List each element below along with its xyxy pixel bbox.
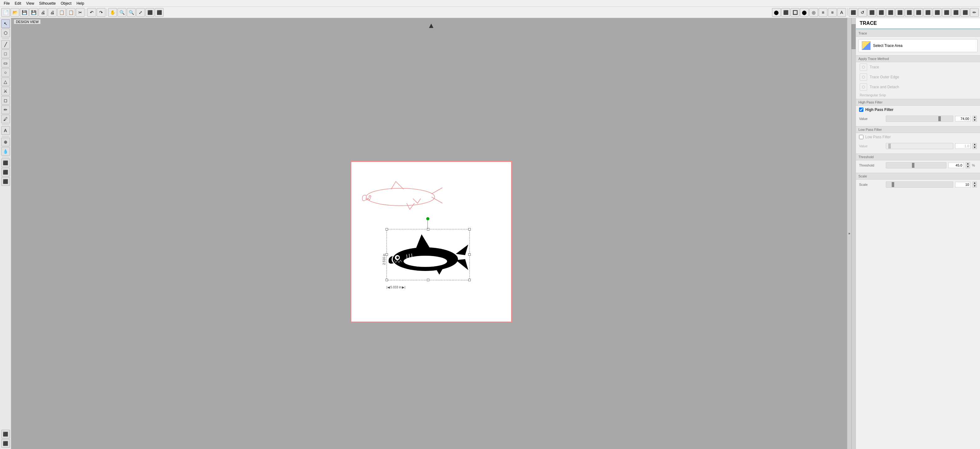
tb-r4[interactable]: ⬤	[800, 8, 809, 17]
tb-r3[interactable]: 🔲	[791, 8, 799, 17]
tb-pan[interactable]: ✋	[108, 8, 117, 17]
tb-paste[interactable]: 📋	[67, 8, 75, 17]
tool-node[interactable]: ⬡	[1, 29, 10, 37]
tb-r14[interactable]: ⬛	[896, 8, 904, 17]
threshold-slider[interactable]	[886, 162, 947, 168]
tb-r11[interactable]: ⬛	[867, 8, 876, 17]
handle-tr[interactable]	[468, 228, 471, 230]
tb-zoom-in[interactable]: 🔍	[118, 8, 126, 17]
tb-r21[interactable]: ⬛	[961, 8, 969, 17]
handle-mr[interactable]	[468, 253, 471, 256]
trace-method-trace[interactable]: ⬡ Trace	[856, 62, 980, 72]
low-pass-value-input[interactable]	[955, 143, 970, 149]
tb-r10[interactable]: ↺	[858, 8, 867, 17]
high-pass-slider[interactable]	[886, 116, 953, 122]
tb-r13[interactable]: ⬛	[886, 8, 895, 17]
tool-view1[interactable]: ⬛	[1, 159, 10, 167]
tool-rect[interactable]: □	[1, 49, 10, 58]
high-pass-up[interactable]: ▲	[972, 116, 977, 119]
tb-copy[interactable]: 📋	[57, 8, 66, 17]
tool-bottom1[interactable]: ⬛	[1, 430, 10, 438]
tool-view2[interactable]: ⬛	[1, 168, 10, 176]
tool-triangle[interactable]: △	[1, 78, 10, 86]
rotation-handle[interactable]	[426, 217, 430, 220]
tool-roundrect[interactable]: ▭	[1, 59, 10, 67]
scale-up[interactable]: ▲	[972, 181, 977, 184]
tb-r8[interactable]: A	[837, 8, 846, 17]
high-pass-thumb[interactable]	[938, 116, 941, 121]
tool-pen[interactable]: 🖊	[1, 115, 10, 123]
tool-bottom2[interactable]: ⬛	[1, 439, 10, 448]
tool-text[interactable]: A	[1, 126, 10, 135]
tb-r20[interactable]: ⬛	[951, 8, 960, 17]
tool-line[interactable]: ╱	[1, 40, 10, 49]
scale-value-input[interactable]	[955, 182, 970, 187]
trace-method-detach[interactable]: ⬡ Trace and Detach	[856, 82, 980, 92]
tb-r12[interactable]: ⬛	[877, 8, 886, 17]
high-pass-value-input[interactable]	[955, 116, 970, 122]
tb-undo[interactable]: ↶	[88, 8, 96, 17]
tb-r1[interactable]: ⬤	[772, 8, 781, 17]
low-pass-thumb[interactable]	[888, 144, 891, 149]
tool-eyedropper[interactable]: 💧	[1, 147, 10, 155]
canvas-area[interactable]: DESIGN VIEW ▲	[11, 18, 851, 449]
tb-new[interactable]: 📄	[1, 8, 10, 17]
low-pass-down[interactable]: ▼	[972, 146, 977, 149]
tool-view3[interactable]: ⬛	[1, 177, 10, 186]
tb-save[interactable]: 💾	[20, 8, 29, 17]
tb-print[interactable]: 🖨	[38, 8, 47, 17]
tb-zoom-out[interactable]: 🔍	[127, 8, 135, 17]
tb-zoom-select[interactable]: ⬛	[145, 8, 154, 17]
tb-r17[interactable]: ⬛	[923, 8, 932, 17]
high-pass-down[interactable]: ▼	[972, 119, 977, 122]
menu-object[interactable]: Object	[58, 1, 74, 6]
menu-edit[interactable]: Edit	[12, 1, 24, 6]
tb-open[interactable]: 📂	[11, 8, 19, 17]
trace-method-outer[interactable]: ⬡ Trace Outer Edge	[856, 72, 980, 82]
low-pass-up[interactable]: ▲	[972, 143, 977, 146]
high-pass-checkbox[interactable]	[859, 108, 864, 112]
tool-pencil[interactable]: ✏	[1, 105, 10, 114]
low-pass-checkbox[interactable]	[859, 135, 864, 139]
menu-help[interactable]: Help	[74, 1, 87, 6]
tb-save2[interactable]: 💾	[29, 8, 38, 17]
threshold-thumb[interactable]	[912, 163, 915, 168]
tb-r5[interactable]: ◎	[809, 8, 818, 17]
handle-br[interactable]	[468, 279, 471, 281]
tb-r22[interactable]: ✏	[970, 8, 979, 17]
tb-r9[interactable]: ⬛	[849, 8, 858, 17]
canvas-scrollbar[interactable]	[851, 18, 856, 449]
handle-tl[interactable]	[385, 228, 388, 230]
threshold-value-input[interactable]	[948, 162, 964, 168]
scrollbar-thumb[interactable]	[851, 24, 856, 49]
tool-knife[interactable]: ⚔	[1, 87, 10, 95]
tool-eraser[interactable]: ◻	[1, 96, 10, 105]
tb-print2[interactable]: 🖨	[48, 8, 57, 17]
tb-r16[interactable]: ⬛	[914, 8, 923, 17]
low-pass-slider[interactable]	[886, 143, 953, 149]
tb-r2[interactable]: ⬛	[781, 8, 790, 17]
handle-bm[interactable]	[427, 279, 430, 281]
scale-slider[interactable]	[886, 181, 953, 188]
menu-silhouette[interactable]: Silhouette	[37, 1, 58, 6]
threshold-down[interactable]: ▼	[966, 165, 970, 168]
scale-thumb[interactable]	[892, 182, 894, 187]
threshold-up[interactable]: ▲	[966, 162, 970, 165]
menu-file[interactable]: File	[1, 1, 12, 6]
tb-zoom-fit[interactable]: ⤢	[136, 8, 145, 17]
tb-r18[interactable]: ⬛	[933, 8, 942, 17]
tool-fill[interactable]: ⊕	[1, 138, 10, 146]
tb-r19[interactable]: ⬛	[942, 8, 951, 17]
tool-circle[interactable]: ○	[1, 68, 10, 77]
tool-select[interactable]: ↖	[1, 19, 10, 28]
menu-view[interactable]: View	[24, 1, 37, 6]
tb-zoom-all[interactable]: ⬛	[155, 8, 164, 17]
panel-collapse-button[interactable]: »	[847, 18, 851, 449]
tb-r7[interactable]: ≡	[828, 8, 837, 17]
tb-redo[interactable]: ↷	[97, 8, 105, 17]
handle-bl[interactable]	[385, 279, 388, 281]
scale-down[interactable]: ▼	[972, 184, 977, 188]
tb-r15[interactable]: ⬛	[905, 8, 913, 17]
select-trace-area-button[interactable]: Select Trace Area	[858, 39, 977, 52]
tb-cut[interactable]: ✂	[76, 8, 84, 17]
